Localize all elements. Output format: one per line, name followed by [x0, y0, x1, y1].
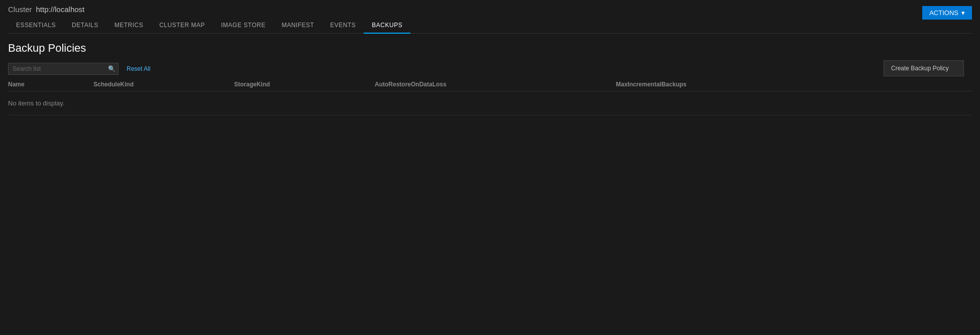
toolbar: 🔍 Reset All	[8, 63, 972, 75]
search-input[interactable]	[8, 63, 119, 75]
actions-chevron-icon: ▾	[961, 9, 965, 17]
table-header: Name ScheduleKind StorageKind AutoRestor…	[8, 81, 972, 91]
cluster-label: Cluster	[8, 5, 32, 14]
tab-manifest[interactable]: MANIFEST	[274, 18, 322, 34]
nav-tabs: ESSENTIALS DETAILS METRICS CLUSTER MAP I…	[8, 18, 972, 34]
tab-details[interactable]: DETAILS	[64, 18, 106, 34]
tab-image-store[interactable]: IMAGE STORE	[213, 18, 274, 34]
tab-cluster-map[interactable]: CLUSTER MAP	[151, 18, 213, 34]
table-container: Name ScheduleKind StorageKind AutoRestor…	[8, 81, 972, 116]
actions-area: ACTIONS ▾ Create Backup Policy	[922, 6, 972, 20]
empty-message: No items to display.	[8, 91, 972, 116]
page-title: Backup Policies	[8, 42, 972, 55]
tab-essentials[interactable]: ESSENTIALS	[8, 18, 64, 34]
col-header-max-incremental: MaxIncrementalBackups	[616, 81, 972, 88]
create-backup-policy-item[interactable]: Create Backup Policy	[884, 61, 963, 76]
actions-button[interactable]: ACTIONS ▾	[922, 6, 972, 20]
main-content: Backup Policies 🔍 Reset All Name Schedul…	[0, 34, 980, 124]
search-container: 🔍	[8, 63, 119, 75]
header: Cluster http://localhost ESSENTIALS DETA…	[0, 0, 980, 34]
cluster-title: Cluster http://localhost	[8, 5, 972, 14]
reset-all-button[interactable]: Reset All	[125, 64, 152, 73]
tab-metrics[interactable]: METRICS	[106, 18, 152, 34]
col-header-storage: StorageKind	[234, 81, 375, 88]
actions-label: ACTIONS	[929, 9, 958, 17]
cluster-url: http://localhost	[36, 5, 85, 14]
col-header-schedule: ScheduleKind	[93, 81, 234, 88]
actions-dropdown: Create Backup Policy	[884, 60, 964, 76]
col-header-auto-restore: AutoRestoreOnDataLoss	[375, 81, 616, 88]
tab-backups[interactable]: BACKUPS	[364, 18, 410, 34]
col-header-name: Name	[8, 81, 93, 88]
tab-events[interactable]: EVENTS	[322, 18, 364, 34]
